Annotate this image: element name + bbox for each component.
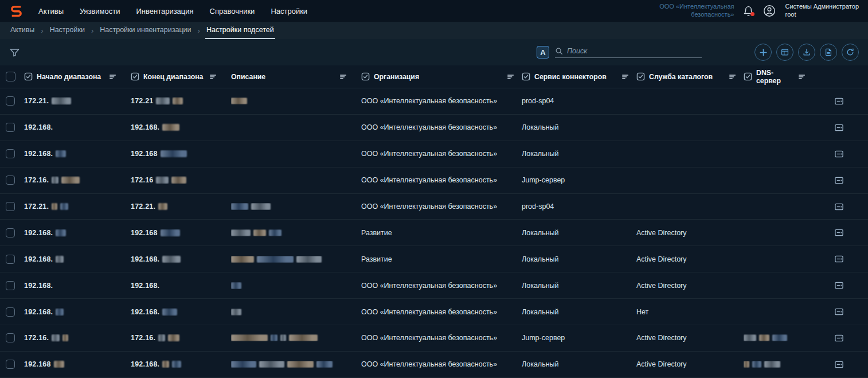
search-attribute-button[interactable]: A [537, 46, 549, 59]
sort-icon[interactable] [507, 73, 515, 81]
table-row[interactable]: 192.168.192.168.ООО «Интеллектуальная бе… [0, 299, 868, 325]
crumb-subnet-settings[interactable]: Настройки подсетей [205, 22, 275, 39]
document-icon [824, 48, 832, 56]
organization-name[interactable]: ООО «Интеллектуальная безопасность» [659, 3, 734, 19]
table-row[interactable]: 172.16.172.16.ООО «Интеллектуальная безо… [0, 325, 868, 352]
row-details-icon[interactable] [834, 149, 844, 159]
redacted-text [162, 256, 181, 263]
column-checkbox-icon[interactable] [744, 72, 752, 81]
row-checkbox[interactable] [6, 202, 15, 211]
column-checkbox-icon[interactable] [522, 72, 530, 81]
crumb-assets[interactable]: Активы [9, 22, 36, 39]
menu-assets[interactable]: Активы [38, 7, 64, 15]
cell-connector-service: Локальный [522, 282, 636, 290]
crumb-settings[interactable]: Настройки [49, 22, 86, 39]
table-row[interactable]: 172.21.172.21ООО «Интеллектуальная безоп… [0, 88, 868, 115]
col-dns-server[interactable]: DNS-сервер [744, 69, 820, 85]
row-checkbox[interactable] [6, 123, 15, 132]
col-connector-service[interactable]: Сервис коннекторов [522, 72, 636, 81]
breadcrumb-separator-icon: › [91, 22, 93, 39]
redacted-text [171, 177, 186, 184]
row-details-icon[interactable] [834, 123, 844, 133]
user-name: Системы Администратор [785, 3, 859, 11]
cell-description [231, 98, 361, 104]
cell-directory-service: Нет [636, 308, 744, 316]
row-checkbox[interactable] [6, 360, 15, 369]
app-logo-icon[interactable] [9, 4, 24, 18]
crumb-inventory-settings[interactable]: Настройки инвентаризации [99, 22, 192, 39]
menu-vulnerabilities[interactable]: Уязвимости [80, 7, 120, 15]
menu-inventory[interactable]: Инвентаризация [136, 7, 193, 15]
table-row[interactable]: 172.16.172.16ООО «Интеллектуальная безоп… [0, 167, 868, 194]
download-button[interactable] [798, 44, 815, 61]
redacted-text [280, 334, 286, 341]
filter-icon[interactable] [9, 47, 20, 58]
table-row[interactable]: 172.21.172.21.ООО «Интеллектуальная безо… [0, 194, 868, 220]
refresh-button[interactable] [842, 44, 859, 61]
redacted-text [62, 334, 68, 341]
column-label: DNS-сервер [756, 69, 794, 85]
table-row[interactable]: 192.168.192.168.РазвитиеЛокальныйActive … [0, 246, 868, 272]
redacted-text [231, 98, 247, 104]
select-all-checkbox[interactable] [6, 72, 15, 81]
sort-icon[interactable] [209, 73, 217, 81]
col-organization[interactable]: Организация [361, 72, 522, 81]
row-checkbox[interactable] [6, 228, 15, 237]
table-row[interactable]: 192.168.192.168.ООО «Интеллектуальная бе… [0, 272, 868, 299]
search-input[interactable] [567, 47, 695, 55]
cell-connector-service: Локальный [522, 123, 636, 131]
row-checkbox[interactable] [6, 255, 15, 264]
column-checkbox-icon[interactable] [131, 72, 139, 81]
cell-connector-service: Локальный [522, 150, 636, 158]
table-row[interactable]: 192.168.192.168РазвитиеЛокальныйActive D… [0, 220, 868, 246]
col-description[interactable]: Описание [231, 73, 361, 81]
row-details-icon[interactable] [834, 228, 844, 237]
sort-icon[interactable] [339, 73, 347, 81]
row-details-icon[interactable] [834, 254, 844, 264]
row-checkbox[interactable] [6, 149, 15, 158]
menu-dictionaries[interactable]: Справочники [210, 7, 255, 15]
row-details-icon[interactable] [834, 280, 844, 290]
export-report-button[interactable] [820, 44, 837, 61]
row-checkbox[interactable] [6, 176, 15, 185]
table-view-icon [781, 48, 789, 56]
column-checkbox-icon[interactable] [636, 72, 645, 81]
user-info[interactable]: Системы Администратор root [785, 3, 859, 19]
redacted-text [162, 361, 169, 368]
row-checkbox[interactable] [6, 307, 15, 317]
user-avatar-icon[interactable] [763, 5, 776, 17]
add-button[interactable] [754, 44, 772, 61]
cell-connector-service: Локальный [522, 308, 636, 316]
column-checkbox-icon[interactable] [361, 72, 370, 81]
sort-icon[interactable] [621, 73, 630, 81]
row-details-icon[interactable] [834, 176, 844, 185]
table-view-button[interactable] [776, 44, 793, 61]
col-range-end[interactable]: Конец диапазона [131, 72, 231, 81]
menu-settings[interactable]: Настройки [271, 7, 307, 15]
redacted-text [269, 229, 281, 236]
cell-dns-server [744, 334, 820, 341]
notifications-bell-icon[interactable] [743, 6, 754, 17]
table-row[interactable]: 192.168.192.168.ООО «Интеллектуальная бе… [0, 115, 868, 141]
row-checkbox[interactable] [6, 333, 15, 342]
col-directory-service[interactable]: Служба каталогов [636, 72, 744, 81]
row-checkbox[interactable] [6, 96, 15, 106]
sort-icon[interactable] [798, 73, 806, 81]
row-details-icon[interactable] [834, 96, 844, 106]
redacted-text [52, 98, 71, 104]
table-row[interactable]: 192.168192.168.ООО «Интеллектуальная без… [0, 352, 868, 378]
top-navigation: АктивыУязвимостиИнвентаризацияСправочник… [0, 0, 868, 22]
row-details-icon[interactable] [834, 360, 844, 369]
col-range-start[interactable]: Начало диапазона [24, 72, 131, 81]
column-checkbox-icon[interactable] [24, 72, 33, 81]
row-checkbox[interactable] [6, 281, 15, 290]
table-row[interactable]: 192.168.192.168ООО «Интеллектуальная без… [0, 141, 868, 167]
row-details-icon[interactable] [834, 307, 844, 317]
sort-icon[interactable] [729, 73, 737, 81]
sort-icon[interactable] [109, 73, 117, 81]
cell-range-start: 192.168. [24, 282, 131, 290]
redacted-text [772, 334, 787, 341]
row-details-icon[interactable] [834, 202, 844, 212]
cell-range-start: 192.168. [24, 150, 131, 158]
row-details-icon[interactable] [834, 333, 844, 343]
